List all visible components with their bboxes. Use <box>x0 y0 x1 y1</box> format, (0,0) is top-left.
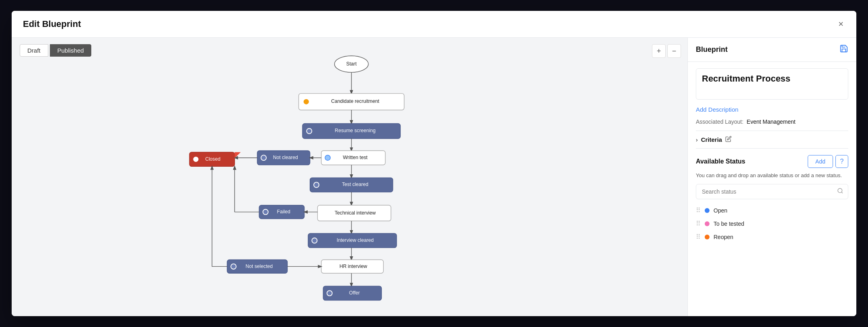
zoom-in-button[interactable]: + <box>652 44 666 58</box>
interview-cleared-label: Interview cleared <box>337 237 374 243</box>
pencil-icon <box>725 136 732 142</box>
svg-marker-36 <box>234 152 241 158</box>
svg-point-34 <box>193 157 198 162</box>
available-status-header: Available Status Add ? <box>696 155 848 168</box>
search-icon <box>837 188 843 196</box>
drag-handle-open[interactable]: ⠿ <box>696 206 701 214</box>
drag-handle-reopen[interactable]: ⠿ <box>696 233 701 241</box>
tab-published[interactable]: Published <box>50 44 92 57</box>
offer-label: Offer <box>349 290 360 296</box>
zoom-controls: + − <box>652 44 681 58</box>
technical-interview-label: Technical interview <box>335 210 376 216</box>
panel-header: Blueprint <box>688 38 856 62</box>
search-status-container <box>696 184 848 199</box>
zoom-out-button[interactable]: − <box>667 44 681 58</box>
status-list: ⠿ Open ⠿ To be tested ⠿ Reopen <box>696 205 848 242</box>
svg-point-37 <box>838 188 842 193</box>
failed-label: Failed <box>277 209 290 215</box>
written-test-label: Written test <box>343 155 368 160</box>
panel-content: Add Description Associated Layout: Event… <box>688 62 856 316</box>
candidate-recruitment-label: Candidate recruitment <box>331 98 379 104</box>
status-name-to-be-tested: To be tested <box>714 221 744 227</box>
svg-point-24 <box>312 238 317 243</box>
svg-point-19 <box>263 209 268 215</box>
right-panel: Blueprint Add Description <box>687 38 856 316</box>
canvas-area: Draft Published + − <box>12 38 687 316</box>
save-icon <box>839 44 848 53</box>
status-dot-open <box>705 208 710 213</box>
panel-title: Blueprint <box>696 45 728 54</box>
svg-point-7 <box>306 129 312 134</box>
status-dot-reopen <box>705 235 710 239</box>
criteria-label: Criteria <box>701 136 722 143</box>
status-item-to-be-tested: ⠿ To be tested <box>696 218 848 229</box>
add-description-link[interactable]: Add Description <box>696 106 738 113</box>
svg-point-10 <box>261 155 266 160</box>
svg-point-16 <box>314 182 319 188</box>
search-status-input[interactable] <box>696 184 848 199</box>
associated-layout-row: Associated Layout: Event Management <box>696 119 848 125</box>
svg-point-4 <box>304 99 309 104</box>
add-status-button[interactable]: Add <box>808 155 833 168</box>
status-name-reopen: Reopen <box>714 234 733 240</box>
svg-point-27 <box>231 264 236 269</box>
resume-screening-label: Resume screening <box>335 128 375 133</box>
status-name-open: Open <box>714 207 727 214</box>
svg-point-32 <box>327 290 332 296</box>
close-button[interactable]: × <box>837 18 845 30</box>
test-cleared-label: Test cleared <box>342 182 368 187</box>
modal-title: Edit Blueprint <box>23 19 81 29</box>
drag-handle-to-be-tested[interactable]: ⠿ <box>696 220 701 227</box>
modal: Edit Blueprint × Draft Published + − <box>12 11 856 316</box>
modal-header: Edit Blueprint × <box>12 11 856 38</box>
not-cleared-label: Not cleared <box>273 155 298 160</box>
modal-overlay: Edit Blueprint × Draft Published + − <box>0 0 868 327</box>
closed-label: Closed <box>205 156 220 162</box>
status-item-open: ⠿ Open <box>696 205 848 216</box>
status-item-reopen: ⠿ Reopen <box>696 231 848 242</box>
chevron-right-icon: › <box>696 137 698 143</box>
flow-diagram: Start Candidate recruitment Resume scree… <box>12 38 687 316</box>
hr-interview-label: HR interview <box>339 264 367 269</box>
header-btns: Add ? <box>808 155 848 168</box>
save-icon-button[interactable] <box>839 44 848 55</box>
layout-label: Associated Layout: <box>696 119 743 125</box>
canvas-toolbar: Draft Published <box>20 44 91 57</box>
help-button[interactable]: ? <box>835 155 848 168</box>
layout-value: Event Management <box>747 119 795 125</box>
status-dot-to-be-tested <box>705 221 710 226</box>
not-selected-label: Not selected <box>245 264 273 269</box>
criteria-edit-button[interactable] <box>725 136 732 143</box>
tab-draft[interactable]: Draft <box>20 44 48 57</box>
start-node-label: Start <box>346 61 357 67</box>
available-status-title: Available Status <box>696 158 745 165</box>
blueprint-name-input[interactable] <box>696 68 848 100</box>
svg-line-38 <box>841 192 843 193</box>
modal-body: Draft Published + − <box>12 38 856 316</box>
svg-point-12 <box>325 155 330 160</box>
criteria-row: › Criteria <box>696 131 848 149</box>
drag-hint-text: You can drag and drop an available statu… <box>696 172 848 179</box>
